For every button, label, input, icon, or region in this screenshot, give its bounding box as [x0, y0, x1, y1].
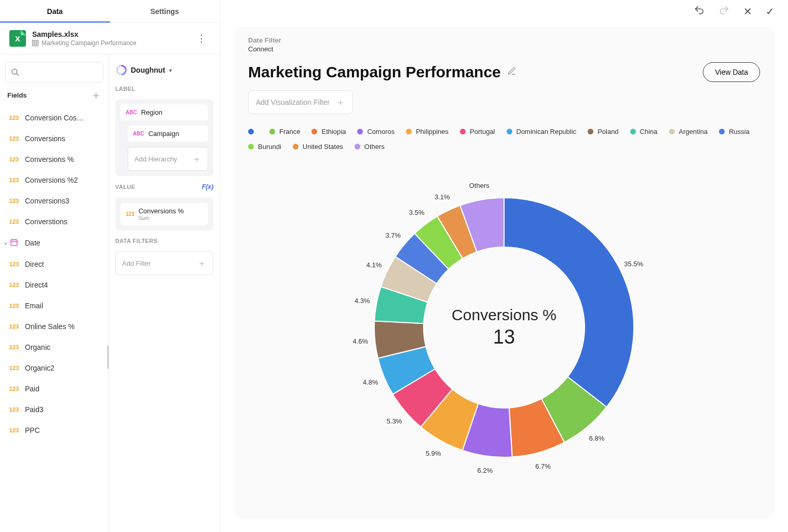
legend-label: Argentina: [679, 128, 708, 135]
confirm-icon[interactable]: ✓: [766, 5, 775, 18]
page-title: Marketing Campaign Performance: [248, 63, 501, 81]
field-name: PPC: [25, 426, 40, 434]
label-pill-name: Campaign: [148, 130, 179, 138]
svg-line-6: [17, 74, 19, 76]
slice-label: 6.7%: [535, 462, 551, 470]
field-item[interactable]: 123Organic2: [5, 358, 103, 378]
legend-item[interactable]: China: [630, 128, 658, 135]
slice-label: 3.7%: [386, 231, 401, 239]
legend-item[interactable]: Ethiopia: [311, 128, 346, 135]
legend-item[interactable]: Russia: [719, 128, 750, 135]
legend-label: Philippines: [416, 128, 449, 135]
label-pill-campaign[interactable]: ABC Campaign: [128, 126, 208, 142]
label-pill-region[interactable]: ABC Region: [120, 104, 208, 120]
legend-item[interactable]: Comoros: [357, 128, 395, 135]
visualization-canvas: Date Filter Connect Marketing Campaign P…: [234, 27, 775, 519]
legend-swatch: [357, 129, 363, 134]
field-item[interactable]: 123Direct: [5, 254, 103, 275]
slice-label: 4.3%: [355, 297, 370, 305]
undo-icon[interactable]: [694, 5, 705, 18]
legend-item[interactable]: France: [269, 128, 300, 135]
field-type-icon: 123: [7, 219, 21, 225]
redo-icon[interactable]: [718, 5, 730, 18]
field-name: Online Sales %: [25, 322, 75, 331]
slice-label: 6.2%: [478, 467, 493, 474]
field-type-icon: 123: [7, 135, 21, 142]
tab-data[interactable]: Data: [0, 0, 110, 22]
breadcrumb[interactable]: Date Filter Connect: [248, 36, 760, 53]
legend-item[interactable]: Philippines: [406, 128, 449, 135]
field-type-icon: 123: [7, 323, 21, 330]
chevron-down-icon: ▾: [169, 67, 172, 73]
slice-label: Others: [469, 181, 490, 189]
source-sheet-name: Marketing Campaign Performance: [42, 39, 137, 47]
label-pill-name: Region: [141, 108, 162, 116]
field-type-icon: 123: [7, 261, 21, 267]
field-item[interactable]: 123Conversions: [5, 128, 103, 149]
value-pill-conversions[interactable]: 123 Conversions % Sum: [120, 203, 208, 225]
value-pill-name: Conversions %: [139, 207, 184, 215]
legend-label: Others: [364, 143, 385, 151]
legend-swatch: [406, 129, 412, 134]
left-tabs: Data Settings: [0, 0, 220, 23]
field-type-icon: 123: [7, 115, 21, 121]
legend-item[interactable]: Dominican Republic: [507, 128, 577, 135]
add-data-filter-button[interactable]: Add Filter ＋: [115, 251, 213, 275]
legend-item[interactable]: Poland: [588, 128, 618, 135]
left-panel: Data Settings Samples.xlsx Marketing Cam…: [0, 0, 220, 532]
field-name: Conversions %2: [25, 176, 78, 184]
slice-label: 5.9%: [426, 449, 441, 457]
field-type-icon: 123: [7, 177, 21, 183]
source-more-icon[interactable]: ⋮: [193, 31, 210, 46]
field-type-icon: 123: [7, 365, 21, 371]
field-item[interactable]: 123Conversions %: [5, 149, 103, 170]
slice-label: 35.5%: [624, 260, 643, 268]
value-drop-zone[interactable]: 123 Conversions % Sum: [115, 198, 213, 230]
add-vis-filter-button[interactable]: Add Visualization Filter ＋: [248, 90, 353, 114]
field-item[interactable]: 123Paid: [5, 378, 103, 399]
field-type-icon: 123: [7, 282, 21, 288]
donut-slice[interactable]: [504, 198, 634, 407]
field-item[interactable]: 123Converstions: [5, 211, 103, 232]
table-icon: [32, 40, 38, 46]
doughnut-chart[interactable]: Conversions % 13 35.5%6.8%6.7%6.2%5.9%5.…: [359, 182, 649, 473]
add-field-button[interactable]: ＋: [91, 90, 101, 100]
tab-settings[interactable]: Settings: [110, 0, 220, 22]
field-item[interactable]: 123Organic: [5, 337, 103, 358]
fields-search-input[interactable]: [5, 62, 103, 83]
chart-type-selector[interactable]: Doughnut ▾: [115, 62, 213, 78]
field-name: Conversions %: [25, 155, 74, 163]
field-type-icon: 123: [7, 344, 21, 350]
legend-item[interactable]: Others: [355, 143, 385, 151]
section-label-label: LABEL: [115, 86, 213, 92]
field-name: Email: [25, 302, 43, 310]
label-drop-zone[interactable]: ABC Region ABC Campaign Add Hierarchy ＋: [115, 99, 213, 176]
main-panel: ✕ ✓ Date Filter Connect Marketing Campai…: [220, 0, 788, 532]
field-item[interactable]: 123Paid3: [5, 399, 103, 420]
field-item[interactable]: 123Conversion Cos…: [5, 107, 103, 128]
legend-label: Dominican Republic: [517, 128, 577, 135]
field-type-icon: 123: [7, 406, 21, 413]
field-item[interactable]: 123Online Sales %: [5, 316, 103, 337]
field-item[interactable]: ▶Date: [5, 232, 103, 254]
close-icon[interactable]: ✕: [743, 5, 752, 18]
legend-item[interactable]: Argentina: [669, 128, 708, 135]
field-name: Paid3: [25, 405, 44, 414]
field-item[interactable]: 123Direct4: [5, 275, 103, 295]
legend-item[interactable]: Portugal: [460, 128, 495, 135]
chevron-right-icon: ▶: [5, 240, 7, 246]
legend-item[interactable]: [248, 128, 258, 135]
legend-item[interactable]: Burundi: [248, 143, 281, 151]
legend-item[interactable]: United States: [293, 143, 343, 151]
fx-button[interactable]: F(x): [202, 183, 213, 190]
doughnut-icon: [114, 63, 129, 77]
legend-label: Ethiopia: [321, 128, 346, 135]
field-item[interactable]: 123PPC: [5, 420, 103, 441]
field-item[interactable]: 123Conversions %2: [5, 170, 103, 190]
edit-title-icon[interactable]: [507, 66, 517, 78]
field-item[interactable]: 123Conversions3: [5, 190, 103, 211]
field-item[interactable]: 123Email: [5, 295, 103, 316]
legend-swatch: [507, 129, 512, 134]
view-data-button[interactable]: View Data: [703, 62, 760, 82]
add-hierarchy-button[interactable]: Add Hierarchy ＋: [128, 147, 208, 171]
